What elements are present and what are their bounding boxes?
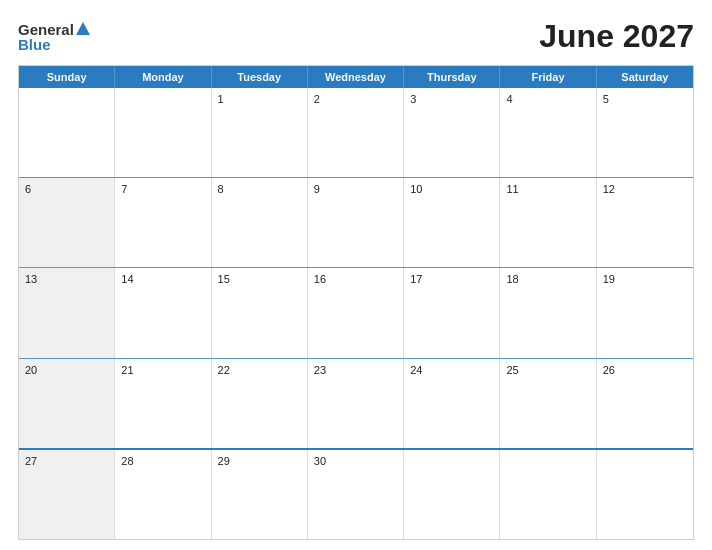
- day-number: 25: [506, 364, 589, 376]
- calendar-cell: 9: [308, 178, 404, 267]
- calendar-cell: [404, 450, 500, 539]
- calendar-cell: 25: [500, 359, 596, 448]
- calendar-cell: 14: [115, 268, 211, 357]
- day-number: 29: [218, 455, 301, 467]
- day-number: 22: [218, 364, 301, 376]
- calendar-cell: 15: [212, 268, 308, 357]
- calendar-cell: 19: [597, 268, 693, 357]
- day-number: 3: [410, 93, 493, 105]
- calendar-cell: 11: [500, 178, 596, 267]
- calendar-cell: 1: [212, 88, 308, 177]
- calendar-title: June 2027: [539, 18, 694, 55]
- calendar-cell: 6: [19, 178, 115, 267]
- calendar-cell: 5: [597, 88, 693, 177]
- page: General Blue June 2027 SundayMondayTuesd…: [0, 0, 712, 550]
- calendar-cell: 29: [212, 450, 308, 539]
- calendar-cell: 30: [308, 450, 404, 539]
- day-number: 28: [121, 455, 204, 467]
- day-number: 19: [603, 273, 687, 285]
- calendar-header-friday: Friday: [500, 66, 596, 88]
- calendar-cell: 28: [115, 450, 211, 539]
- calendar-week-5: 27282930: [19, 448, 693, 539]
- calendar-header-saturday: Saturday: [597, 66, 693, 88]
- calendar-cell: 13: [19, 268, 115, 357]
- calendar-header-wednesday: Wednesday: [308, 66, 404, 88]
- calendar-cell: 8: [212, 178, 308, 267]
- calendar-cell: 21: [115, 359, 211, 448]
- day-number: 8: [218, 183, 301, 195]
- calendar: SundayMondayTuesdayWednesdayThursdayFrid…: [18, 65, 694, 540]
- day-number: 1: [218, 93, 301, 105]
- logo-triangle-icon: [76, 22, 90, 35]
- day-number: 6: [25, 183, 108, 195]
- logo: General Blue: [18, 22, 90, 52]
- calendar-cell: 2: [308, 88, 404, 177]
- calendar-week-2: 6789101112: [19, 177, 693, 267]
- calendar-header-sunday: Sunday: [19, 66, 115, 88]
- calendar-cell: 27: [19, 450, 115, 539]
- calendar-cell: 17: [404, 268, 500, 357]
- calendar-body: 1234567891011121314151617181920212223242…: [19, 88, 693, 539]
- logo-general-text: General: [18, 22, 74, 37]
- day-number: 18: [506, 273, 589, 285]
- day-number: 9: [314, 183, 397, 195]
- day-number: 2: [314, 93, 397, 105]
- calendar-cell: 7: [115, 178, 211, 267]
- day-number: 24: [410, 364, 493, 376]
- calendar-cell: 24: [404, 359, 500, 448]
- day-number: 17: [410, 273, 493, 285]
- calendar-cell: [115, 88, 211, 177]
- day-number: 7: [121, 183, 204, 195]
- day-number: 14: [121, 273, 204, 285]
- calendar-cell: 12: [597, 178, 693, 267]
- calendar-cell: 26: [597, 359, 693, 448]
- day-number: 12: [603, 183, 687, 195]
- calendar-cell: 23: [308, 359, 404, 448]
- day-number: 11: [506, 183, 589, 195]
- day-number: 13: [25, 273, 108, 285]
- day-number: 4: [506, 93, 589, 105]
- logo-blue-text: Blue: [18, 37, 51, 52]
- calendar-cell: 3: [404, 88, 500, 177]
- day-number: 26: [603, 364, 687, 376]
- calendar-cell: [500, 450, 596, 539]
- calendar-week-1: 12345: [19, 88, 693, 177]
- calendar-header-row: SundayMondayTuesdayWednesdayThursdayFrid…: [19, 66, 693, 88]
- calendar-cell: 10: [404, 178, 500, 267]
- day-number: 27: [25, 455, 108, 467]
- calendar-cell: 22: [212, 359, 308, 448]
- calendar-cell: [19, 88, 115, 177]
- day-number: 15: [218, 273, 301, 285]
- calendar-cell: 20: [19, 359, 115, 448]
- day-number: 30: [314, 455, 397, 467]
- calendar-week-3: 13141516171819: [19, 267, 693, 357]
- day-number: 16: [314, 273, 397, 285]
- day-number: 23: [314, 364, 397, 376]
- calendar-header-thursday: Thursday: [404, 66, 500, 88]
- day-number: 21: [121, 364, 204, 376]
- calendar-cell: 16: [308, 268, 404, 357]
- day-number: 5: [603, 93, 687, 105]
- calendar-cell: 18: [500, 268, 596, 357]
- calendar-header-monday: Monday: [115, 66, 211, 88]
- calendar-cell: [597, 450, 693, 539]
- day-number: 10: [410, 183, 493, 195]
- header: General Blue June 2027: [18, 18, 694, 55]
- calendar-week-4: 20212223242526: [19, 358, 693, 448]
- calendar-header-tuesday: Tuesday: [212, 66, 308, 88]
- calendar-cell: 4: [500, 88, 596, 177]
- day-number: 20: [25, 364, 108, 376]
